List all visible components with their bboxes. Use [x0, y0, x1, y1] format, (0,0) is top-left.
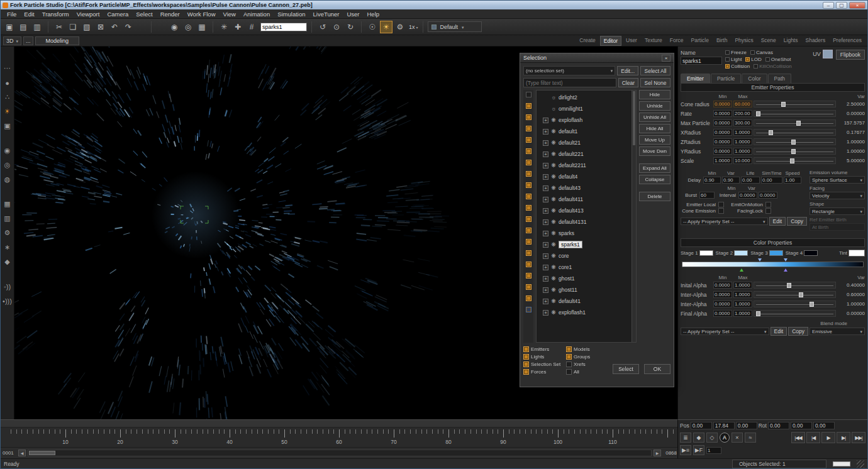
expand-icon[interactable]: + — [543, 265, 548, 270]
menu-item-edit[interactable]: Edit — [20, 10, 38, 18]
menu-item-simulation[interactable]: Simulation — [274, 10, 309, 18]
menu-item-user[interactable]: User — [343, 10, 363, 18]
color-apply-property-set-dropdown[interactable]: -- Apply Property Set -- — [681, 328, 769, 335]
frame-flag-icon[interactable]: ▶F — [693, 445, 704, 455]
copy-icon[interactable]: ❏ — [67, 21, 79, 33]
step-back-button[interactable]: |◀ — [806, 432, 820, 443]
visibility-checkbox[interactable] — [526, 250, 531, 256]
go-start-button[interactable]: |◀◀ — [791, 432, 805, 443]
visibility-checkbox[interactable] — [526, 239, 531, 245]
emit-on-motion-checkbox[interactable] — [765, 202, 771, 207]
filter-selection-set[interactable]: Selection Set — [523, 361, 565, 367]
emitter-toggle-icon[interactable]: ✳ — [218, 21, 230, 33]
redo-icon[interactable]: ↷ — [122, 21, 135, 33]
slider[interactable] — [754, 119, 836, 126]
stage-color-swatch[interactable] — [734, 250, 748, 256]
emitter-tool-icon[interactable]: ∗ — [2, 242, 13, 253]
gear-icon[interactable]: ⚙ — [394, 21, 406, 33]
file-save-icon[interactable]: ▥ — [31, 21, 43, 33]
color-gradient[interactable] — [682, 262, 864, 273]
timeline-scroll-thumb[interactable] — [29, 451, 55, 455]
stage-color-swatch[interactable] — [804, 250, 818, 256]
filter-input[interactable] — [523, 78, 616, 87]
file-new-icon[interactable]: ▣ — [3, 21, 16, 33]
burst-field[interactable]: 60 — [699, 192, 715, 199]
loop-icon[interactable]: ▶≡ — [680, 445, 691, 455]
color-copy-button[interactable]: Copy — [788, 327, 808, 336]
dialog-title-bar[interactable]: Selection × — [520, 53, 674, 63]
flag-lod[interactable]: LOD — [745, 57, 761, 62]
key-outline-icon[interactable]: ◇ — [706, 433, 718, 443]
selection-set-dropdown[interactable]: (no selection set) — [523, 66, 615, 75]
cone-emission-checkbox[interactable] — [718, 208, 724, 214]
expand-icon[interactable]: + — [543, 208, 548, 214]
tab-particle[interactable]: Particle — [711, 74, 741, 83]
tab-path[interactable]: Path — [768, 74, 792, 83]
max-field[interactable]: 1.0000 — [733, 148, 752, 155]
view-mode-dropdown[interactable]: 3D — [3, 36, 21, 45]
slider-thumb[interactable] — [810, 302, 814, 307]
maximize-button[interactable]: ▢ — [836, 2, 847, 9]
slider[interactable] — [754, 129, 836, 136]
audio-icon[interactable]: ◦)) — [2, 281, 13, 292]
tree-item-default4131[interactable]: +❋default4131 — [537, 216, 632, 228]
flag-freeze[interactable]: Freeze — [725, 50, 747, 55]
expand-icon[interactable]: + — [543, 118, 548, 123]
slider[interactable] — [754, 110, 836, 117]
simtime-field[interactable]: 0.00 — [761, 177, 782, 184]
menu-item-livetuner[interactable]: LiveTuner — [309, 10, 343, 18]
dialog-close-icon[interactable]: × — [662, 55, 670, 62]
gradient-key-icon[interactable] — [758, 258, 762, 262]
menu-item-file[interactable]: File — [3, 10, 20, 18]
filter-forces[interactable]: Forces — [523, 369, 565, 375]
menu-item-transform[interactable]: Transform — [38, 10, 73, 18]
frame-tool-icon[interactable]: ▣ — [2, 121, 13, 131]
mode-options-button[interactable]: ... — [23, 36, 33, 45]
slider[interactable] — [754, 138, 836, 145]
slider-thumb[interactable] — [781, 102, 786, 107]
tree-scrollbar-thumb[interactable] — [633, 91, 635, 145]
menu-item-select[interactable]: Select — [132, 10, 156, 18]
expand-icon[interactable]: + — [543, 140, 548, 146]
lamp-icon[interactable]: ☉ — [366, 21, 379, 33]
slider[interactable] — [754, 148, 836, 155]
delete-button[interactable]: Delete — [639, 192, 670, 201]
max-field[interactable]: 300.00 — [733, 119, 752, 126]
expand-icon[interactable]: + — [543, 129, 548, 135]
visibility-checkbox[interactable] — [526, 126, 531, 131]
sound-icon[interactable]: •))) — [2, 295, 13, 306]
speed-dropdown-arrow[interactable] — [416, 24, 418, 30]
tree-item-omnilight1[interactable]: ☼omnilight1 — [537, 103, 632, 114]
flag-oneshot[interactable]: OneShot — [765, 57, 791, 62]
tab-birth[interactable]: Birth — [713, 36, 730, 46]
max-field[interactable]: 60.000 — [733, 101, 752, 108]
select-none-button[interactable]: Sel None — [640, 78, 670, 87]
gradient-key-icon[interactable] — [784, 258, 787, 262]
expand-icon[interactable]: + — [543, 219, 548, 225]
autokey-icon[interactable]: A — [720, 433, 730, 443]
gradient-bar[interactable] — [682, 262, 864, 267]
filter-emitters[interactable]: Emitters — [523, 346, 565, 352]
close-button[interactable]: × — [849, 2, 865, 9]
visibility-checkbox[interactable] — [526, 103, 531, 109]
flag-canvas[interactable]: Canvas — [750, 50, 773, 55]
visibility-checkbox[interactable] — [526, 137, 531, 143]
filter-xrefs[interactable]: Xrefs — [566, 361, 604, 367]
delete-icon[interactable]: ⊠ — [94, 21, 107, 33]
expand-icon[interactable]: + — [543, 287, 548, 293]
menu-item-viewport[interactable]: Viewport — [73, 10, 104, 18]
filter-all[interactable]: All — [566, 369, 604, 375]
expand-icon[interactable]: + — [543, 152, 548, 157]
orbit-tool-icon[interactable]: ◎ — [2, 160, 13, 170]
tab-shaders[interactable]: Shaders — [802, 36, 828, 46]
edit-selection-set-button[interactable]: Edit... — [617, 66, 638, 75]
tab-create[interactable]: Create — [576, 36, 599, 46]
slider[interactable] — [754, 101, 836, 108]
color-edit-button[interactable]: Edit — [771, 327, 787, 336]
visibility-checkbox[interactable] — [526, 114, 531, 120]
menu-item-view[interactable]: View — [220, 10, 240, 18]
tree-item-dirlight2[interactable]: ☼dirlight2 — [537, 92, 632, 103]
expand-all-button[interactable]: Expand All — [639, 163, 670, 173]
move-dwn-button[interactable]: Move Dwn — [639, 146, 670, 156]
emitter-copy-button[interactable]: Copy — [787, 217, 807, 226]
